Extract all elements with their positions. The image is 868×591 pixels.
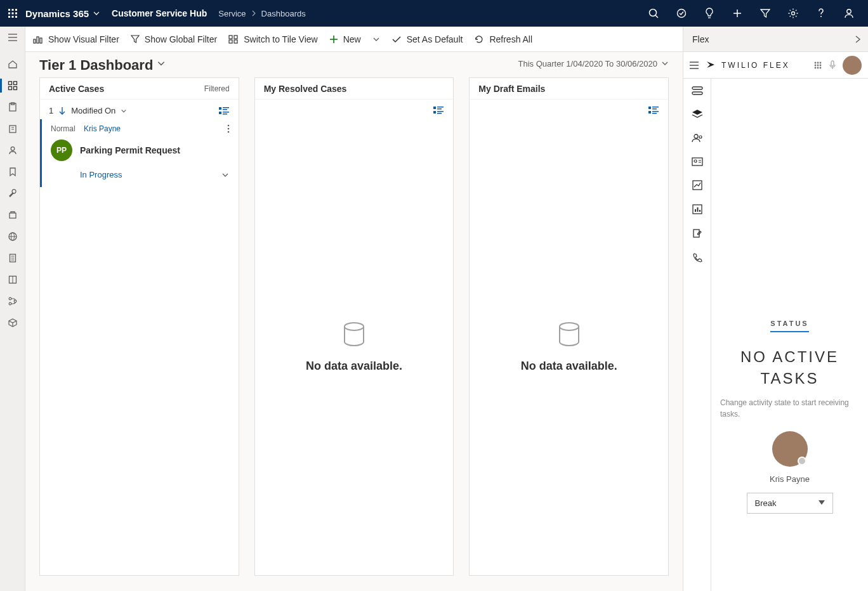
flex-user-avatar[interactable]	[843, 56, 862, 75]
refresh-all-button[interactable]: Refresh All	[474, 34, 532, 44]
switch-tile-view-button[interactable]: Switch to Tile View	[228, 34, 317, 44]
card-title: My Resolved Cases	[264, 84, 347, 94]
new-button[interactable]: New	[329, 34, 361, 44]
show-global-filter-button[interactable]: Show Global Filter	[131, 34, 217, 44]
case-priority: Normal	[51, 124, 76, 133]
queue-icon	[8, 210, 18, 220]
more-vertical-icon[interactable]	[227, 124, 230, 133]
chevron-down-icon	[661, 60, 669, 67]
chevron-right-icon[interactable]	[854, 35, 862, 44]
svg-point-64	[227, 131, 229, 133]
card-resolved-cases: My Resolved Cases No data available.	[254, 77, 454, 576]
flex-insights-button[interactable]	[692, 180, 702, 190]
activity-state-select[interactable]: Break	[747, 493, 833, 514]
sitemap-cases[interactable]	[0, 183, 25, 204]
svg-rect-61	[223, 114, 227, 115]
flex-content: STATUS NO ACTIVE TASKS Change activity s…	[711, 79, 868, 591]
dialpad-button[interactable]	[813, 61, 822, 70]
case-list-item[interactable]: Normal Kris Payne PP Parking Permit Requ…	[40, 119, 239, 187]
flex-reports-button[interactable]	[692, 204, 702, 214]
card-toolbar	[470, 100, 668, 119]
dashboard-title-selector[interactable]: Tier 1 Dashboard	[39, 57, 166, 70]
app-launcher-button[interactable]	[0, 0, 25, 27]
account-button[interactable]	[835, 0, 863, 27]
svg-rect-22	[8, 82, 11, 85]
bookmark-icon	[8, 167, 18, 177]
svg-marker-94	[692, 110, 702, 115]
sitemap-articles[interactable]	[0, 247, 25, 269]
svg-marker-15	[761, 10, 770, 17]
svg-point-86	[817, 64, 819, 66]
svg-point-89	[817, 67, 819, 68]
help-button[interactable]	[807, 0, 835, 27]
search-button[interactable]	[640, 0, 667, 27]
quick-create-button[interactable]	[723, 0, 751, 27]
brand-switcher[interactable]: Dynamics 365	[25, 8, 100, 19]
svg-line-10	[655, 15, 658, 18]
breadcrumb: Service Dashboards	[218, 9, 305, 18]
presence-indicator	[798, 457, 806, 465]
sort-control[interactable]: 1 Modified On	[49, 106, 127, 115]
advanced-filter-button[interactable]	[751, 0, 779, 27]
flex-call-button[interactable]	[692, 252, 702, 263]
empty-text: No data available.	[306, 360, 402, 373]
svg-rect-47	[40, 38, 42, 43]
sitemap-routing[interactable]	[0, 290, 25, 312]
person-outline-icon	[8, 145, 18, 155]
globe-icon	[8, 231, 18, 242]
date-range-selector[interactable]: This Quarter 1/04/2020 To 30/06/2020	[518, 59, 669, 68]
sitemap-knowledge[interactable]	[0, 226, 25, 247]
flex-menu-button[interactable]	[690, 62, 699, 69]
sitemap-home[interactable]	[0, 53, 25, 75]
sitemap-accounts[interactable]	[0, 118, 25, 140]
new-split-button[interactable]	[372, 36, 380, 43]
svg-point-90	[820, 67, 822, 68]
book-icon	[8, 275, 18, 285]
record-count: 1	[49, 106, 53, 115]
flex-id-button[interactable]	[692, 157, 703, 166]
flex-tasks-button[interactable]	[692, 86, 703, 95]
settings-button[interactable]	[779, 0, 807, 27]
card-draft-emails: My Draft Emails No data available.	[469, 77, 669, 576]
tiles-icon	[228, 35, 239, 44]
set-default-button[interactable]: Set As Default	[391, 34, 463, 44]
database-icon	[341, 321, 367, 349]
svg-rect-66	[437, 107, 444, 108]
sitemap-activities[interactable]	[0, 96, 25, 118]
flex-header-label: Flex	[692, 34, 709, 44]
flex-people-button[interactable]	[692, 133, 703, 143]
breadcrumb-page[interactable]: Dashboards	[261, 9, 306, 18]
mute-button[interactable]	[829, 60, 836, 70]
view-toggle-button[interactable]	[433, 106, 444, 115]
svg-rect-51	[229, 40, 232, 43]
svg-rect-6	[8, 16, 10, 18]
card-title: Active Cases	[49, 84, 104, 94]
chevron-down-icon[interactable]	[221, 171, 230, 179]
sitemap-social[interactable]	[0, 161, 25, 183]
sitemap-templates[interactable]	[0, 269, 25, 290]
case-owner-link[interactable]: Kris Payne	[84, 124, 121, 133]
date-range-label: This Quarter 1/04/2020 To 30/06/2020	[518, 59, 657, 68]
svg-rect-7	[12, 16, 14, 18]
breadcrumb-area[interactable]: Service	[218, 9, 246, 18]
flex-teams-button[interactable]	[692, 109, 703, 119]
chevron-down-icon	[372, 36, 380, 43]
case-status-link[interactable]: In Progress	[80, 170, 122, 179]
cmd-label: Set As Default	[407, 34, 463, 44]
task-flow-button[interactable]	[667, 0, 695, 27]
agent-avatar-wrap	[772, 431, 808, 467]
phone-icon	[692, 252, 702, 263]
flex-notes-button[interactable]	[692, 228, 702, 238]
svg-marker-48	[131, 36, 139, 42]
sitemap-queues[interactable]	[0, 204, 25, 226]
waffle-icon	[8, 8, 18, 18]
show-visual-filter-button[interactable]: Show Visual Filter	[33, 34, 119, 44]
sitemap-contacts[interactable]	[0, 140, 25, 161]
assistant-button[interactable]	[695, 0, 723, 27]
svg-point-31	[11, 147, 15, 151]
view-toggle-button[interactable]	[648, 106, 659, 115]
sitemap-expand-button[interactable]	[0, 27, 25, 48]
sitemap-products[interactable]	[0, 312, 25, 334]
view-toggle-button[interactable]	[218, 107, 230, 115]
sitemap-dashboards[interactable]	[0, 75, 25, 96]
